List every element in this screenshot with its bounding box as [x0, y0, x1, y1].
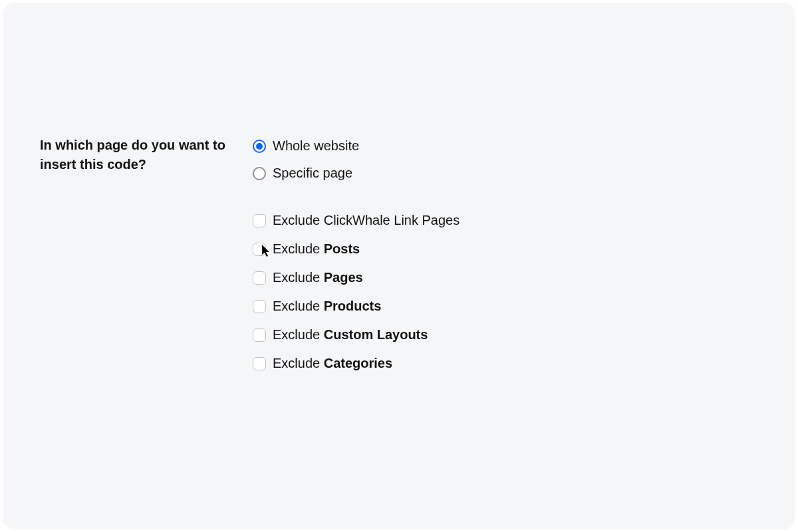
checkbox-label: Exclude ClickWhale Link Pages [273, 213, 460, 228]
radio-option-specific-page[interactable]: Specific page [253, 166, 758, 181]
checkbox-exclude-clickwhale-link-pages[interactable]: Exclude ClickWhale Link Pages [253, 213, 758, 228]
checkbox-exclude-pages[interactable]: Exclude Pages [253, 270, 758, 285]
checkbox-icon [253, 329, 266, 342]
checkbox-label: Exclude Custom Layouts [273, 327, 428, 342]
checkbox-icon [253, 357, 266, 370]
checkbox-label: Exclude Products [273, 299, 381, 314]
exclude-checkbox-group: Exclude ClickWhale Link Pages Exclude Po… [253, 213, 758, 371]
options-column: Whole website Specific page Exclude Clic… [253, 136, 758, 371]
checkbox-icon [253, 271, 266, 285]
checkbox-icon [253, 300, 266, 313]
checkbox-exclude-categories[interactable]: Exclude Categories [253, 356, 758, 371]
settings-panel: In which page do you want to insert this… [3, 3, 795, 529]
checkbox-icon [253, 214, 266, 227]
form-row: In which page do you want to insert this… [40, 136, 758, 371]
checkbox-label: Exclude Pages [273, 270, 363, 285]
radio-icon [253, 140, 266, 153]
radio-option-whole-website[interactable]: Whole website [253, 138, 758, 154]
checkbox-label: Exclude Posts [273, 241, 360, 257]
checkbox-icon [253, 243, 266, 256]
radio-dot-icon [256, 143, 263, 150]
radio-icon [253, 167, 266, 180]
checkbox-label: Exclude Categories [273, 356, 392, 371]
question-label: In which page do you want to insert this… [40, 136, 226, 174]
checkbox-exclude-products[interactable]: Exclude Products [253, 299, 758, 314]
radio-label: Specific page [273, 166, 352, 181]
radio-label: Whole website [273, 138, 359, 154]
checkbox-exclude-posts[interactable]: Exclude Posts [253, 241, 758, 257]
checkbox-exclude-custom-layouts[interactable]: Exclude Custom Layouts [253, 327, 758, 342]
page-scope-radio-group: Whole website Specific page [253, 138, 758, 181]
